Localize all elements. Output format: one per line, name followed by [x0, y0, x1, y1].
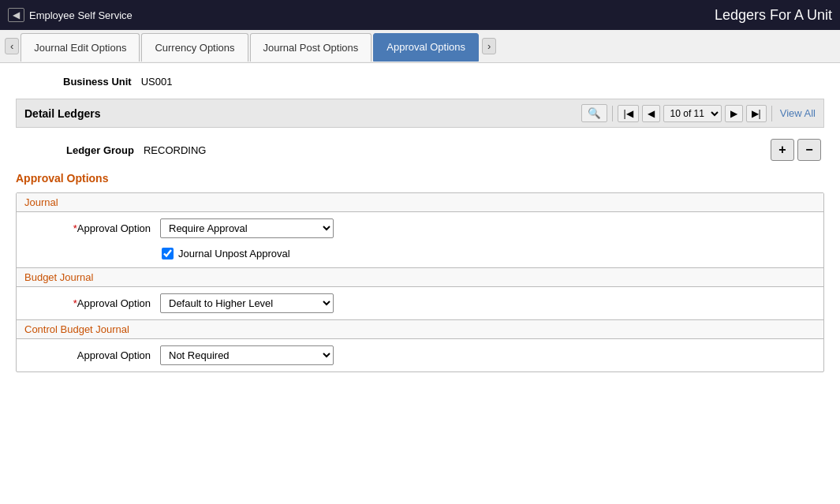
tab-bar: ‹ Journal Edit Options Currency Options … [0, 30, 840, 63]
control-budget-approval-select[interactable]: Not Required Require Approval No Approva… [160, 345, 334, 365]
page-title: Ledgers For A Unit [715, 7, 832, 24]
journal-section-label: Journal [17, 193, 823, 212]
ledger-group-label: Ledger Group [66, 144, 134, 156]
journal-approval-row: *Approval Option Require Approval No App… [17, 212, 823, 245]
back-arrow-icon: ◀ [8, 8, 24, 22]
first-page-btn[interactable]: |◀ [618, 105, 638, 122]
control-budget-approval-row: Approval Option Not Required Require App… [17, 339, 823, 371]
tab-currency[interactable]: Currency Options [141, 33, 248, 62]
add-row-btn[interactable]: + [771, 139, 794, 161]
search-btn[interactable]: 🔍 [581, 104, 607, 122]
pagination-controls: 🔍 |◀ ◀ 10 of 11 ▶ ▶| View All [581, 104, 816, 122]
business-unit-row: Business Unit US001 [16, 76, 824, 88]
prev-page-btn[interactable]: ◀ [642, 105, 660, 122]
approval-options-section-title: Approval Options [16, 172, 824, 185]
budget-journal-approval-row: *Approval Option Require Approval No App… [17, 287, 823, 319]
next-page-btn[interactable]: ▶ [725, 105, 743, 122]
business-unit-value: US001 [141, 76, 173, 88]
page-select[interactable]: 10 of 11 [663, 105, 722, 122]
journal-unpost-row: Journal Unpost Approval [17, 245, 823, 267]
detail-ledgers-title: Detail Ledgers [24, 107, 100, 120]
tab-journal-post[interactable]: Journal Post Options [250, 33, 372, 62]
journal-unpost-label: Journal Unpost Approval [178, 248, 290, 259]
journal-approval-select[interactable]: Require Approval No Approval Default to … [160, 218, 334, 238]
plus-minus-btns: + − [771, 139, 821, 161]
approval-options-panel: Journal *Approval Option Require Approva… [16, 192, 824, 372]
control-budget-section-label: Control Budget Journal [17, 319, 823, 339]
tab-approval[interactable]: Approval Options [373, 33, 479, 62]
tab-journal-edit[interactable]: Journal Edit Options [21, 33, 140, 62]
back-label: Employee Self Service [29, 9, 133, 21]
ledger-group-row: Ledger Group RECORDING + − [16, 139, 824, 161]
divider-2 [771, 106, 772, 121]
control-budget-approval-label: Approval Option [24, 349, 151, 361]
top-bar: ◀ Employee Self Service Ledgers For A Un… [0, 0, 840, 30]
budget-journal-approval-select[interactable]: Require Approval No Approval Default to … [160, 293, 334, 313]
budget-journal-section-label: Budget Journal [17, 267, 823, 287]
ledger-group-value: RECORDING [144, 144, 206, 156]
last-page-btn[interactable]: ▶| [746, 105, 767, 122]
detail-ledgers-header: Detail Ledgers 🔍 |◀ ◀ 10 of 11 ▶ ▶| View… [16, 99, 824, 128]
business-unit-label: Business Unit [63, 76, 132, 88]
divider-1 [612, 106, 613, 121]
remove-row-btn[interactable]: − [797, 139, 821, 161]
view-all-link[interactable]: View All [780, 107, 816, 119]
budget-journal-approval-label: *Approval Option [24, 297, 151, 309]
ledger-group-inner: Ledger Group RECORDING [19, 144, 206, 156]
tab-prev-btn[interactable]: ‹ [5, 38, 19, 54]
main-content: Business Unit US001 Detail Ledgers 🔍 |◀ … [0, 63, 840, 385]
journal-unpost-checkbox[interactable] [162, 248, 174, 259]
journal-approval-label: *Approval Option [24, 222, 151, 234]
tab-next-btn[interactable]: › [482, 38, 496, 54]
back-nav[interactable]: ◀ Employee Self Service [8, 8, 133, 22]
